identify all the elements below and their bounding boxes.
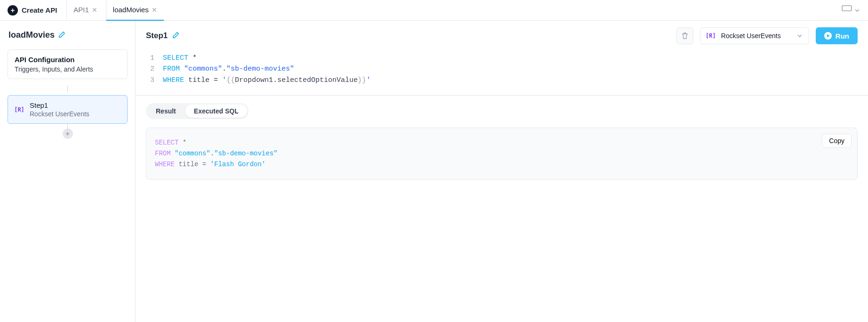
sidebar: loadMovies API Configuration Triggers, I… [0,21,136,322]
edit-icon[interactable] [172,32,179,40]
api-name-header: loadMovies [8,28,128,43]
config-title: API Configuration [15,56,121,64]
code-content: FROM "commons"."sb-demo-movies" [163,64,294,74]
topbar-right [842,5,860,15]
main-header: Step1 [R] Rockset UserEvents [136,21,868,49]
rockset-icon: [R] [706,31,715,40]
tab-api1[interactable]: API1 ✕ [66,0,104,21]
top-tab-bar: + Create API API1 ✕ loadMovies ✕ [0,0,868,21]
editor-line: 1 SELECT * [146,53,858,64]
result-panel: Result Executed SQL Copy SELECT * FROM "… [136,96,868,187]
svg-rect-0 [842,6,852,11]
run-label: Run [836,32,849,40]
play-icon [824,32,832,40]
api-configuration-card[interactable]: API Configuration Triggers, Inputs, and … [8,49,128,79]
create-api-button[interactable]: + Create API [8,5,57,16]
line-number: 2 [146,64,154,74]
code-content: SELECT * [163,53,197,64]
sql-editor[interactable]: 1 SELECT * 2 FROM "commons"."sb-demo-mov… [136,49,868,96]
datasource-label: Rockset UserEvents [721,32,781,40]
chevron-down-icon [796,32,803,40]
code-content: WHERE title = '{{Dropdown1.selectedOptio… [163,75,370,86]
executed-line: SELECT * [155,137,849,148]
config-subtitle: Triggers, Inputs, and Alerts [15,65,121,73]
tab-result[interactable]: Result [147,105,185,118]
create-api-label: Create API [22,6,57,14]
connector-line [8,86,128,92]
step-card-step1[interactable]: [R] Step1 Rockset UserEvents [8,95,128,124]
app-root: + Create API API1 ✕ loadMovies ✕ [0,0,868,322]
close-icon[interactable]: ✕ [152,7,157,13]
executed-line: FROM "commons"."sb-demo-movies" [155,148,849,159]
plus-icon: + [8,5,18,16]
copy-button[interactable]: Copy [822,134,852,148]
step-header-title: Step1 [146,31,168,40]
main-panel: Step1 [R] Rockset UserEvents [136,21,868,322]
close-icon[interactable]: ✕ [92,7,97,13]
connector-line [8,124,128,130]
api-name: loadMovies [8,30,55,40]
body: loadMovies API Configuration Triggers, I… [0,21,868,322]
tab-label: loadMovies [113,6,149,14]
step-datasource: Rockset UserEvents [30,110,89,118]
tab-loadmovies[interactable]: loadMovies ✕ [106,0,164,21]
editor-line: 3 WHERE title = '{{Dropdown1.selectedOpt… [146,75,858,86]
delete-button[interactable] [676,27,693,44]
monitor-icon[interactable] [842,5,852,15]
result-tabs: Result Executed SQL [146,103,249,119]
rockset-icon: [R] [15,105,24,114]
edit-icon[interactable] [58,31,65,40]
step-name: Step1 [30,101,89,109]
tab-label: API1 [73,6,89,14]
chevron-down-icon[interactable] [854,7,860,14]
editor-line: 2 FROM "commons"."sb-demo-movies" [146,64,858,74]
run-button[interactable]: Run [816,27,858,44]
line-number: 1 [146,53,154,64]
step-card-text: Step1 Rockset UserEvents [30,101,89,118]
executed-sql-block: Copy SELECT * FROM "commons"."sb-demo-mo… [146,128,858,180]
datasource-select[interactable]: [R] Rockset UserEvents [700,27,809,44]
main-header-right: [R] Rockset UserEvents [676,27,858,44]
tab-executed-sql[interactable]: Executed SQL [185,105,247,118]
line-number: 3 [146,75,154,86]
executed-line: WHERE title = 'Flash Gordon' [155,159,849,170]
